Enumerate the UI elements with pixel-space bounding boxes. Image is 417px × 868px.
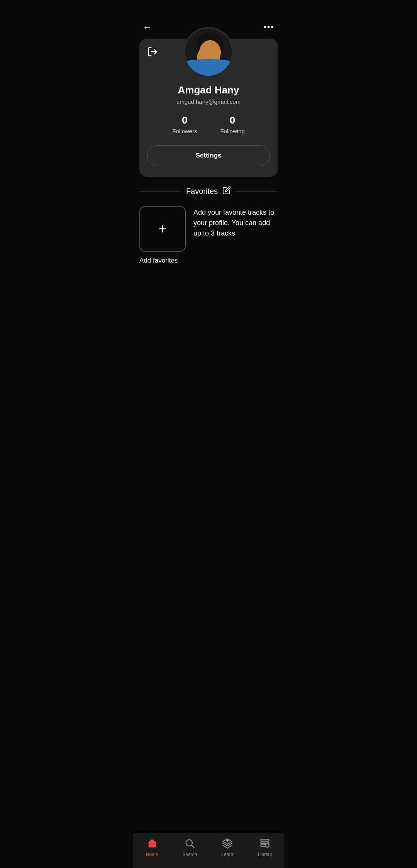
profile-name: Amgad Hany — [178, 84, 239, 96]
add-track-button[interactable]: + — [139, 206, 186, 252]
following-stat[interactable]: 0 Following — [220, 114, 244, 134]
svg-point-5 — [204, 48, 207, 52]
favorites-content: + Add your favorite tracks to your profi… — [139, 206, 278, 252]
svg-point-7 — [209, 53, 211, 56]
favorites-description: Add your favorite tracks to your profile… — [193, 206, 278, 239]
stats-row: 0 Followers 0 Following — [147, 114, 270, 134]
avatar — [183, 27, 234, 77]
favorites-title: Favorites — [186, 187, 218, 196]
svg-rect-8 — [207, 63, 213, 68]
followers-stat[interactable]: 0 Followers — [172, 114, 197, 134]
followers-count: 0 — [182, 114, 187, 126]
more-options-button[interactable]: ••• — [262, 20, 276, 34]
logout-icon[interactable] — [147, 46, 158, 59]
followers-label: Followers — [172, 128, 197, 134]
back-button[interactable]: ← — [141, 20, 153, 34]
status-bar — [133, 0, 284, 17]
add-favorites-label: Add favorites — [139, 257, 278, 264]
svg-point-4 — [199, 40, 221, 65]
following-count: 0 — [230, 114, 235, 126]
favorites-header: Favorites — [139, 186, 278, 197]
edit-favorites-icon[interactable] — [222, 186, 231, 197]
svg-point-6 — [213, 48, 216, 52]
settings-button[interactable]: Settings — [147, 145, 270, 166]
favorites-section: Favorites + Add your favorite tracks to … — [133, 186, 284, 264]
profile-card: Amgad Hany amgad.hany@gmail.com 0 Follow… — [139, 39, 278, 177]
profile-email: amgad.hany@gmail.com — [176, 98, 241, 105]
following-label: Following — [220, 128, 244, 134]
